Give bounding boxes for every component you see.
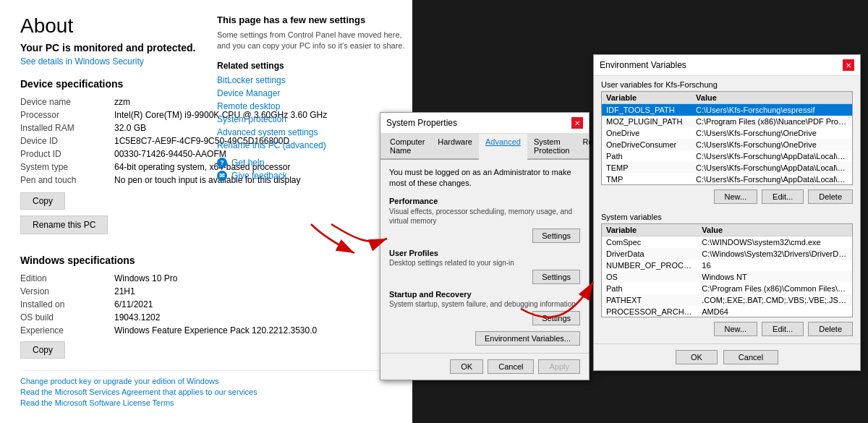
give-feedback-row[interactable]: ✉ Give feedback: [217, 171, 405, 181]
table-row[interactable]: IDF_TOOLS_PATHC:\Users\Kfs-Forschung\esp…: [602, 104, 852, 116]
val-cell: .COM;.EXE;.BAT;.CMD;.VBS;.VBE;.JS;.JSE;.…: [697, 294, 852, 306]
env-ok-button[interactable]: OK: [676, 350, 718, 364]
device-id-label: Device ID: [20, 134, 114, 148]
val-cell: C:\Users\Kfs-Forschung\espressif: [692, 104, 852, 116]
table-row[interactable]: PROCESSOR_ARCHITECTU..AMD64: [602, 306, 852, 317]
experience-label: Experience: [20, 324, 114, 337]
apply-button[interactable]: Apply: [538, 359, 580, 374]
remote-desktop-link[interactable]: Remote desktop: [217, 101, 405, 111]
table-row[interactable]: DriverDataC:\Windows\System32\Drivers\Dr…: [602, 248, 852, 260]
table-row[interactable]: PATHEXT.COM;.EXE;.BAT;.CMD;.VBS;.VBE;.JS…: [602, 294, 852, 306]
copy-button-2[interactable]: Copy: [20, 341, 65, 359]
env-titlebar: Environment Variables ✕: [594, 55, 860, 76]
table-row[interactable]: MOZ_PLUGIN_PATHC:\Program Files (x86)\Nu…: [602, 116, 852, 127]
var-cell: PROCESSOR_ARCHITECTU..: [602, 306, 697, 317]
table-row[interactable]: NUMBER_OF_PROCESSORS16: [602, 260, 852, 271]
advanced-system-link[interactable]: Advanced system settings: [217, 127, 405, 137]
win-specs-table: Edition Windows 10 Pro Version 21H1 Inst…: [20, 272, 392, 337]
env-cancel-button[interactable]: Cancel: [723, 350, 778, 364]
dialog-titlebar: System Properties ✕: [380, 113, 589, 134]
feedback-icon: ✉: [217, 171, 227, 181]
link-services-agreement[interactable]: Read the Microsoft Services Agreement th…: [20, 388, 392, 396]
sys-variable-header: Variable: [602, 224, 697, 236]
val-cell: C:\Users\Kfs-Forschung\AppData\Local\Tem…: [692, 162, 852, 174]
system-type-label: System type: [20, 161, 114, 174]
edition-value: Windows 10 Pro: [114, 272, 392, 285]
env-close-button[interactable]: ✕: [843, 59, 854, 71]
rename-pc-button[interactable]: Rename this PC: [20, 215, 108, 234]
var-cell: MOZ_PLUGIN_PATH: [602, 116, 692, 127]
table-row[interactable]: PathC:\Program Files (x86)\Common Files\…: [602, 283, 852, 294]
table-row[interactable]: OneDriveConsumerC:\Users\Kfs-Forschung\O…: [602, 139, 852, 150]
val-cell: 16: [697, 260, 852, 271]
get-help-link[interactable]: Get help: [231, 158, 264, 168]
table-row: OS build 19043.1202: [20, 311, 392, 324]
var-cell: OneDriveConsumer: [602, 139, 692, 150]
help-icon: ?: [217, 158, 227, 168]
copy-button-1[interactable]: Copy: [20, 192, 65, 210]
user-variables-label: User variables for Kfs-Forschung: [594, 76, 860, 91]
table-row[interactable]: OSWindows NT: [602, 271, 852, 283]
experience-value: Windows Feature Experience Pack 120.2212…: [114, 324, 392, 337]
user-profiles-settings-button[interactable]: Settings: [532, 270, 580, 284]
tab-hardware[interactable]: Hardware: [431, 134, 479, 158]
related-note-text: Some settings from Control Panel have mo…: [217, 30, 405, 52]
startup-title: Startup and Recovery: [389, 290, 580, 299]
environment-variables-dialog: Environment Variables ✕ User variables f…: [593, 54, 861, 371]
tab-advanced[interactable]: Advanced: [479, 134, 527, 160]
table-row[interactable]: TMPC:\Users\Kfs-Forschung\AppData\Local\…: [602, 174, 852, 185]
sys-edit-button[interactable]: Edit...: [762, 322, 804, 336]
table-row[interactable]: TEMPC:\Users\Kfs-Forschung\AppData\Local…: [602, 162, 852, 174]
ok-button[interactable]: OK: [450, 359, 483, 374]
performance-desc: Visual effects, processor scheduling, me…: [389, 207, 580, 226]
cancel-button[interactable]: Cancel: [488, 359, 534, 374]
val-cell: C:\WINDOWS\system32\cmd.exe: [697, 236, 852, 249]
table-row[interactable]: ComSpecC:\WINDOWS\system32\cmd.exe: [602, 236, 852, 249]
device-manager-link[interactable]: Device Manager: [217, 88, 405, 98]
var-cell: IDF_TOOLS_PATH: [602, 104, 692, 116]
startup-settings-button[interactable]: Settings: [532, 311, 580, 325]
system-variables-label: System variables: [594, 208, 860, 223]
user-profiles-title: User Profiles: [389, 249, 580, 257]
dialog-close-button[interactable]: ✕: [571, 117, 583, 129]
about-panel: About Your PC is monitored and protected…: [0, 0, 412, 423]
environment-variables-button[interactable]: Environment Variables...: [475, 331, 580, 346]
processor-label: Processor: [20, 108, 114, 121]
val-cell: C:\Windows\System32\Drivers\DriverData: [697, 248, 852, 260]
performance-settings-button[interactable]: Settings: [532, 228, 580, 243]
sys-new-button[interactable]: New...: [714, 322, 758, 336]
dialog-content: You must be logged on as an Administrato…: [380, 160, 589, 353]
user-new-button[interactable]: New...: [714, 189, 758, 204]
related-settings-section: This page has a few new settings Some se…: [217, 14, 405, 181]
user-delete-button[interactable]: Delete: [808, 189, 853, 204]
var-cell: OneDrive: [602, 127, 692, 139]
system-protection-link[interactable]: System protection: [217, 114, 405, 124]
performance-title: Performance: [389, 197, 580, 205]
bitlocker-link[interactable]: BitLocker settings: [217, 75, 405, 85]
win-specs-title: Windows specifications: [20, 255, 392, 266]
sys-delete-button[interactable]: Delete: [808, 322, 853, 336]
give-feedback-link[interactable]: Give feedback: [231, 171, 287, 181]
var-cell: PATHEXT: [602, 294, 697, 306]
edition-label: Edition: [20, 272, 114, 285]
user-profiles-desc: Desktop settings related to your sign-in: [389, 259, 580, 267]
sys-vars-btn-row: New... Edit... Delete: [594, 317, 860, 341]
table-row: Edition Windows 10 Pro: [20, 272, 392, 285]
value-header: Value: [692, 92, 852, 104]
system-variables-table-container[interactable]: Variable Value ComSpecC:\WINDOWS\system3…: [601, 223, 853, 317]
user-edit-button[interactable]: Edit...: [762, 189, 804, 204]
table-row: Version 21H1: [20, 285, 392, 298]
get-help-row[interactable]: ? Get help: [217, 158, 405, 168]
user-variables-table-container[interactable]: Variable Value IDF_TOOLS_PATHC:\Users\Kf…: [601, 91, 853, 185]
link-product-key[interactable]: Change product key or upgrade your editi…: [20, 377, 392, 385]
table-row[interactable]: OneDriveC:\Users\Kfs-Forschung\OneDrive: [602, 127, 852, 139]
table-row[interactable]: PathC:\Users\Kfs-Forschung\AppData\Local…: [602, 150, 852, 162]
link-license-terms[interactable]: Read the Microsoft Software License Term…: [20, 398, 392, 407]
security-link[interactable]: See details in Windows Security: [20, 56, 144, 67]
divider: [20, 370, 392, 371]
tab-system-protection[interactable]: System Protection: [527, 134, 576, 158]
rename-advanced-link[interactable]: Rename this PC (advanced): [217, 140, 405, 150]
os-build-label: OS build: [20, 311, 114, 324]
tab-computer-name[interactable]: Computer Name: [383, 134, 431, 158]
product-id-label: Product ID: [20, 148, 114, 161]
